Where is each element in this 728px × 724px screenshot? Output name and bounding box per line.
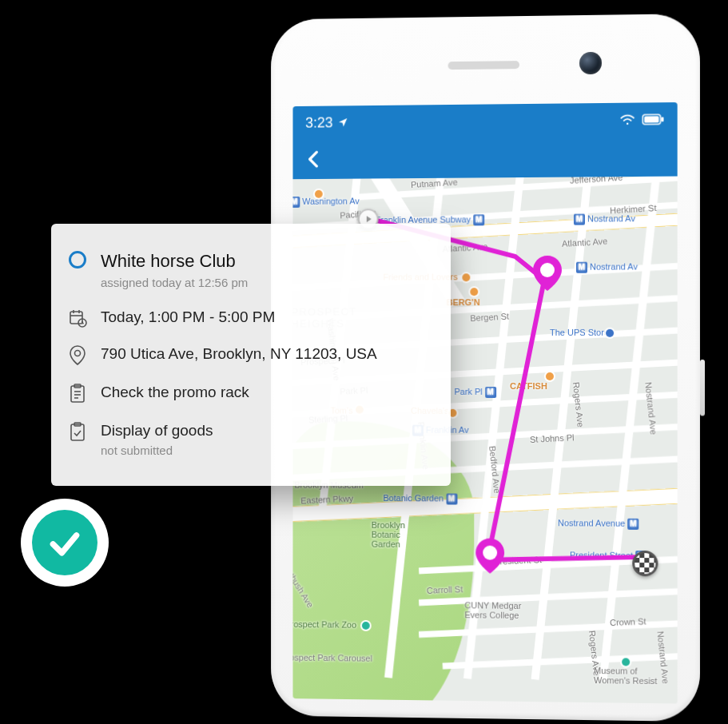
chevron-left-icon: [307, 150, 320, 168]
task-address: 790 Utica Ave, Brooklyn, NY 11203, USA: [101, 345, 377, 362]
transit-label: Nostrand Avenue M: [558, 518, 642, 530]
task-assigned: assigned today at 12:56 pm: [101, 275, 435, 291]
poi-dot: [622, 658, 630, 666]
svg-rect-6: [70, 312, 82, 324]
transit-label: Botanic Garden M: [383, 493, 459, 504]
task-note: Check the promo rack: [101, 384, 249, 400]
svg-point-0: [627, 123, 629, 125]
route-end-flag: [632, 551, 658, 576]
back-button[interactable]: [300, 146, 325, 172]
task-form-row: Display of goods not submitted: [67, 412, 435, 467]
poi-label: Museum of Women's Resist: [594, 666, 657, 686]
street-label: St Johns Pl: [530, 432, 575, 444]
check-badge: [21, 499, 109, 587]
transit-label: MNostrand Av: [574, 213, 635, 225]
poi-label: BERG'N: [447, 297, 480, 307]
battery-icon: [642, 113, 664, 125]
phone-camera: [579, 52, 602, 74]
status-ring-icon: [67, 251, 88, 269]
poi-dot: [470, 288, 478, 296]
location-arrow-icon: [337, 117, 348, 128]
street-label: Rogers Ave: [571, 381, 586, 428]
poi-label: Prospect Park Carousel: [292, 652, 372, 662]
task-address-row: 790 Utica Ave, Brooklyn, NY 11203, USA: [67, 336, 435, 374]
poi-label: CATFISH: [510, 381, 547, 391]
location-pin-icon: [67, 345, 88, 366]
svg-rect-17: [71, 424, 84, 440]
poi-dot: [606, 329, 614, 337]
status-time: 3:23: [305, 114, 332, 131]
poi-label: CUNY Medgar Evers College: [464, 600, 521, 620]
clipboard-check-icon: [67, 422, 88, 443]
task-form-title: Display of goods: [101, 422, 213, 439]
status-bar: 3:23: [292, 102, 677, 140]
poi-dot: [462, 273, 470, 281]
task-title-row: White horse Club assigned today at 12:56…: [67, 241, 435, 299]
svg-rect-3: [661, 117, 663, 121]
transit-label: MWashington Av: [292, 196, 359, 207]
street-label: Crown St: [610, 616, 646, 627]
task-title: White horse Club: [101, 251, 236, 271]
task-note-row: Check the promo rack: [67, 374, 435, 412]
street-label: Atlantic Ave: [562, 236, 608, 248]
phone-speaker: [448, 61, 519, 70]
task-time: Today, 1:00 PM - 5:00 PM: [101, 308, 275, 325]
phone-side-button: [700, 360, 705, 416]
svg-rect-2: [644, 116, 658, 122]
transit-label: MNostrand Av: [576, 261, 638, 272]
street-label: Carroll St: [426, 584, 463, 595]
svg-rect-12: [71, 386, 84, 402]
poi-label: Prospect Park Zoo: [292, 619, 356, 630]
poi-label: The UPS Store: [550, 328, 609, 337]
app-header: [292, 136, 677, 179]
calendar-icon: [67, 308, 88, 328]
poi-label: Brooklyn Botanic Garden: [372, 520, 405, 549]
check-icon: [47, 525, 82, 560]
poi-dot: [315, 190, 323, 198]
task-card[interactable]: White horse Club assigned today at 12:56…: [51, 224, 451, 486]
task-form-status: not submitted: [101, 443, 435, 459]
task-time-row: Today, 1:00 PM - 5:00 PM: [67, 299, 435, 336]
clipboard-icon: [67, 384, 88, 404]
poi-dot: [362, 622, 370, 630]
svg-point-11: [75, 350, 81, 356]
poi-dot: [546, 372, 554, 380]
wifi-icon: [619, 114, 635, 125]
transit-label: Park Pl M: [454, 387, 498, 398]
